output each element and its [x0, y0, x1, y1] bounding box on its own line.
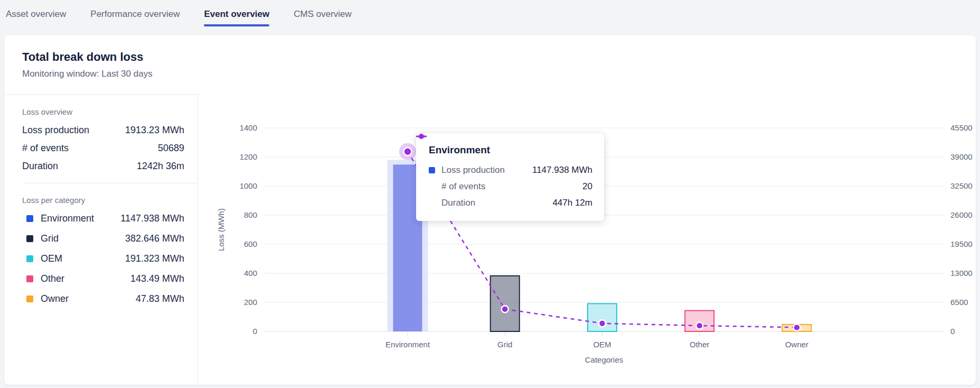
card-header: Total break down loss Monitoring window:… [22, 50, 153, 79]
y-axis-title: Loss (MWh) [216, 208, 225, 251]
duration-point-other[interactable] [696, 322, 703, 329]
category-label: OEM [41, 253, 125, 264]
tab-cms-overview[interactable]: CMS overview [294, 0, 352, 28]
loss-overview-rows: Loss production1913.23 MWh# of events506… [22, 124, 184, 172]
tooltip-label: Duration [441, 198, 552, 208]
category-label: Other [41, 273, 130, 284]
category-swatch-icon [26, 235, 33, 242]
x-axis-tick: Other [690, 340, 710, 349]
stat-row-duration: Duration1242h 36m [22, 160, 184, 172]
panel-divider [25, 183, 197, 183]
tooltip-label: # of events [441, 181, 582, 192]
tooltip-value: 447h 12m [552, 198, 592, 208]
right-axis-tick: 45500 [950, 123, 973, 132]
breakdown-chart[interactable]: 0200400600800100012001400065001300019500… [198, 94, 976, 385]
tab-asset-overview[interactable]: Asset overview [6, 0, 66, 28]
category-value: 382.646 MWh [125, 233, 184, 244]
right-axis-tick: 19500 [950, 239, 973, 248]
right-axis-tick: 6500 [950, 298, 968, 307]
tooltip-row-loss-production: Loss production1147.938 MWh [429, 165, 592, 175]
page-title: Total break down loss [22, 50, 153, 64]
tab-performance-overview[interactable]: Performance overview [90, 0, 180, 28]
left-axis-tick: 200 [244, 298, 257, 307]
loss-per-category-heading: Loss per category [22, 196, 184, 205]
category-value: 1147.938 MWh [120, 213, 184, 224]
tooltip-title: Environment [429, 144, 592, 156]
category-swatch-icon [26, 255, 33, 262]
tooltip-row-of-events: # of events20 [429, 181, 592, 192]
left-axis-tick: 800 [244, 210, 257, 219]
duration-point-environment[interactable] [404, 147, 412, 155]
left-axis-tick: 1400 [240, 123, 257, 132]
left-axis-tick: 400 [244, 269, 257, 278]
tooltip-label: Loss production [441, 165, 532, 175]
loss-summary-panel: Loss overview Loss production1913.23 MWh… [4, 94, 198, 385]
left-axis-tick: 1200 [240, 152, 257, 161]
left-axis-tick: 1000 [240, 181, 257, 190]
breakdown-card: Total break down loss Monitoring window:… [4, 35, 976, 385]
right-axis-tick: 0 [950, 327, 955, 336]
left-axis-tick: 600 [244, 239, 257, 248]
stat-row-loss-production: Loss production1913.23 MWh [22, 124, 184, 136]
x-axis-tick: OEM [593, 340, 611, 349]
stat-label: Loss production [22, 124, 89, 136]
duration-point-grid[interactable] [502, 306, 508, 312]
category-label: Grid [41, 233, 125, 244]
right-axis-tick: 26000 [950, 210, 973, 219]
x-axis-tick: Environment [385, 340, 430, 349]
monitoring-window: Monitoring window: Last 30 days [22, 69, 153, 79]
x-axis-tick: Grid [497, 340, 512, 349]
category-row-environment: Environment1147.938 MWh [22, 213, 184, 224]
duration-point-oem[interactable] [599, 320, 606, 327]
tooltip-value: 20 [582, 181, 592, 192]
category-swatch-icon [26, 215, 33, 222]
tooltip-row-duration: Duration447h 12m [429, 198, 592, 208]
loss-per-category-rows: Environment1147.938 MWhGrid382.646 MWhOE… [22, 213, 184, 304]
right-axis-tick: 32500 [950, 181, 973, 190]
tab-event-overview[interactable]: Event overview [204, 0, 269, 28]
tab-bar: Asset overviewPerformance overviewEvent … [0, 0, 980, 28]
bar-series-marker-icon [429, 167, 441, 173]
category-row-owner: Owner47.83 MWh [22, 293, 184, 304]
category-row-other: Other143.49 MWh [22, 273, 184, 284]
right-axis-tick: 39000 [950, 152, 973, 161]
right-axis-tick: 13000 [950, 269, 973, 278]
stat-value: 1913.23 MWh [125, 124, 184, 136]
x-axis-title: Categories [585, 355, 624, 364]
category-row-grid: Grid382.646 MWh [22, 233, 184, 244]
loss-overview-heading: Loss overview [22, 107, 184, 116]
category-swatch-icon [26, 275, 33, 282]
bar-grid[interactable] [491, 276, 520, 331]
category-value: 191.323 MWh [125, 253, 184, 264]
stat-value: 1242h 36m [137, 160, 184, 172]
chart-tooltip: Environment Loss production1147.938 MWh#… [416, 133, 604, 221]
category-swatch-icon [26, 295, 33, 302]
category-value: 47.83 MWh [136, 293, 184, 304]
stat-row-of-events: # of events50689 [22, 142, 184, 154]
category-row-oem: OEM191.323 MWh [22, 253, 184, 264]
tooltip-value: 1147.938 MWh [532, 165, 592, 175]
stat-label: Duration [22, 160, 58, 172]
category-label: Owner [41, 293, 136, 304]
duration-point-owner[interactable] [794, 324, 800, 331]
category-value: 143.49 MWh [130, 273, 184, 284]
category-label: Environment [41, 213, 120, 224]
tooltip-rows: Loss production1147.938 MWh# of events20… [429, 165, 592, 208]
stat-value: 50689 [158, 142, 184, 154]
stat-label: # of events [22, 142, 69, 154]
left-axis-tick: 0 [253, 327, 257, 336]
x-axis-tick: Owner [785, 340, 808, 349]
